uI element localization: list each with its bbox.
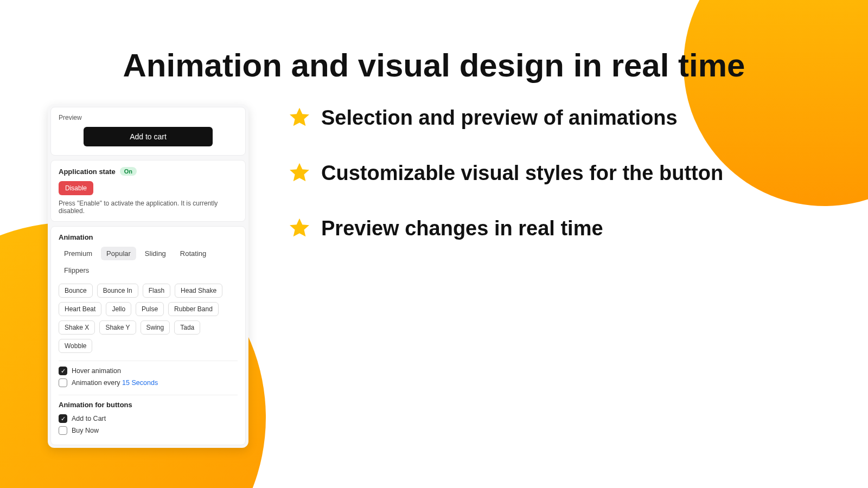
- tab-flippers[interactable]: Flippers: [59, 264, 94, 277]
- state-badge: On: [120, 167, 137, 176]
- buttons-row: ✓ Add to Cart: [59, 414, 238, 423]
- animation-option[interactable]: Swing: [141, 320, 170, 335]
- buttons-section-title: Animation for buttons: [59, 401, 238, 409]
- animation-option[interactable]: Jello: [106, 302, 131, 316]
- add-to-cart-label: Add to Cart: [72, 415, 106, 422]
- animation-option[interactable]: Head Shake: [175, 284, 222, 298]
- star-icon: [288, 106, 311, 130]
- animation-option[interactable]: Wobble: [59, 339, 92, 353]
- hover-animation-row: ✓ Hover animation: [59, 367, 238, 375]
- buy-now-checkbox[interactable]: [59, 426, 67, 435]
- interval-checkbox[interactable]: [59, 378, 67, 387]
- animation-options: Bounce Bounce In Flash Head Shake Heart …: [59, 284, 238, 353]
- animation-option[interactable]: Pulse: [136, 302, 164, 316]
- tab-sliding[interactable]: Sliding: [139, 247, 171, 260]
- animation-option[interactable]: Bounce In: [97, 284, 138, 298]
- application-state-title: Application state: [59, 168, 116, 176]
- bullet-item: Selection and preview of animations: [288, 106, 835, 130]
- disable-button[interactable]: Disable: [59, 181, 93, 195]
- preview-label: Preview: [59, 114, 238, 121]
- animation-card: Animation Premium Popular Sliding Rotati…: [50, 226, 246, 445]
- animation-option[interactable]: Rubber Band: [168, 302, 219, 316]
- animation-option[interactable]: Shake X: [59, 320, 95, 335]
- bullet-item: Preview changes in real time: [288, 216, 835, 240]
- bullet-text: Customizable visual styles for the butto…: [321, 162, 723, 185]
- star-icon: [288, 161, 311, 185]
- page-title: Animation and visual design in real time: [0, 47, 868, 84]
- interval-value-link[interactable]: 15 Seconds: [122, 379, 158, 387]
- tab-premium[interactable]: Premium: [59, 247, 98, 260]
- animation-tabs: Premium Popular Sliding Rotating Flipper…: [59, 247, 238, 277]
- hover-animation-label: Hover animation: [72, 367, 121, 375]
- buttons-row: Buy Now: [59, 426, 238, 435]
- application-state-card: Application state On Disable Press "Enab…: [50, 160, 246, 222]
- state-help-text: Press "Enable" to activate the applicati…: [59, 200, 238, 215]
- divider: [59, 395, 238, 395]
- animation-option[interactable]: Flash: [143, 284, 170, 298]
- star-icon: [288, 216, 311, 240]
- animation-option[interactable]: Tada: [174, 320, 200, 335]
- animation-option[interactable]: Shake Y: [99, 320, 136, 335]
- bullet-text: Selection and preview of animations: [321, 106, 678, 130]
- tab-rotating[interactable]: Rotating: [175, 247, 212, 260]
- animation-option[interactable]: Bounce: [59, 284, 93, 298]
- add-to-cart-checkbox[interactable]: ✓: [59, 414, 67, 423]
- bullet-text: Preview changes in real time: [321, 217, 603, 240]
- animation-option[interactable]: Heart Beat: [59, 302, 101, 316]
- settings-panel: Preview Add to cart Application state On…: [48, 104, 248, 448]
- interval-label: Animation every 15 Seconds: [72, 379, 158, 387]
- interval-prefix: Animation every: [72, 379, 122, 387]
- divider: [59, 361, 238, 361]
- bullet-list: Selection and preview of animations Cust…: [288, 106, 835, 240]
- tab-popular[interactable]: Popular: [101, 247, 136, 260]
- preview-card: Preview Add to cart: [50, 107, 246, 156]
- hover-animation-checkbox[interactable]: ✓: [59, 367, 67, 375]
- interval-row: Animation every 15 Seconds: [59, 378, 238, 387]
- bullet-item: Customizable visual styles for the butto…: [288, 161, 835, 185]
- buy-now-label: Buy Now: [72, 427, 99, 434]
- add-to-cart-preview-button[interactable]: Add to cart: [84, 127, 213, 146]
- animation-title: Animation: [59, 233, 238, 241]
